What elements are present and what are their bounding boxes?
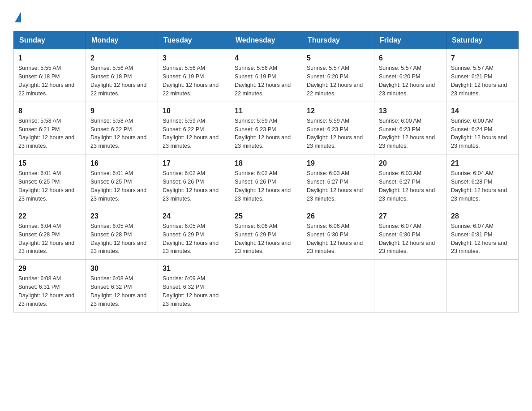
calendar-day-cell: 30Sunrise: 6:08 AMSunset: 6:32 PMDayligh… <box>86 260 158 313</box>
day-number: 9 <box>90 106 153 116</box>
day-info: Sunrise: 6:05 AMSunset: 6:29 PMDaylight:… <box>163 223 219 255</box>
calendar-day-cell <box>302 260 374 313</box>
calendar-day-cell: 13Sunrise: 6:00 AMSunset: 6:23 PMDayligh… <box>374 102 446 154</box>
day-info: Sunrise: 6:03 AMSunset: 6:27 PMDaylight:… <box>307 170 363 202</box>
calendar-day-cell <box>446 260 519 313</box>
day-info: Sunrise: 6:06 AMSunset: 6:29 PMDaylight:… <box>235 223 291 255</box>
day-number: 13 <box>379 106 442 116</box>
calendar-day-cell: 27Sunrise: 6:07 AMSunset: 6:30 PMDayligh… <box>374 207 446 260</box>
day-info: Sunrise: 6:04 AMSunset: 6:28 PMDaylight:… <box>451 170 507 202</box>
calendar-day-cell: 26Sunrise: 6:06 AMSunset: 6:30 PMDayligh… <box>302 207 374 260</box>
day-info: Sunrise: 6:05 AMSunset: 6:28 PMDaylight:… <box>90 223 146 255</box>
day-number: 17 <box>163 158 225 168</box>
day-number: 5 <box>307 53 369 63</box>
day-info: Sunrise: 6:01 AMSunset: 6:25 PMDaylight:… <box>90 170 146 202</box>
calendar-day-cell: 20Sunrise: 6:03 AMSunset: 6:27 PMDayligh… <box>374 154 446 207</box>
calendar-table: Sunday Monday Tuesday Wednesday Thursday… <box>13 31 519 313</box>
calendar-day-cell: 12Sunrise: 5:59 AMSunset: 6:23 PMDayligh… <box>302 102 374 154</box>
calendar-day-cell: 9Sunrise: 5:58 AMSunset: 6:22 PMDaylight… <box>86 102 158 154</box>
day-info: Sunrise: 5:57 AMSunset: 6:21 PMDaylight:… <box>451 65 507 97</box>
day-info: Sunrise: 6:02 AMSunset: 6:26 PMDaylight:… <box>235 170 291 202</box>
calendar-day-cell: 22Sunrise: 6:04 AMSunset: 6:28 PMDayligh… <box>14 207 86 260</box>
calendar-day-cell: 14Sunrise: 6:00 AMSunset: 6:24 PMDayligh… <box>446 102 519 154</box>
day-number: 7 <box>451 53 514 63</box>
day-info: Sunrise: 6:00 AMSunset: 6:24 PMDaylight:… <box>451 118 507 150</box>
calendar-week-row: 1Sunrise: 5:55 AMSunset: 6:18 PMDaylight… <box>14 49 519 102</box>
header-thursday: Thursday <box>302 32 374 49</box>
day-number: 14 <box>451 106 514 116</box>
header-sunday: Sunday <box>14 32 86 49</box>
calendar-day-cell: 1Sunrise: 5:55 AMSunset: 6:18 PMDaylight… <box>14 49 86 102</box>
calendar-day-cell: 23Sunrise: 6:05 AMSunset: 6:28 PMDayligh… <box>86 207 158 260</box>
day-info: Sunrise: 6:08 AMSunset: 6:32 PMDaylight:… <box>90 275 146 307</box>
header-monday: Monday <box>86 32 158 49</box>
day-info: Sunrise: 5:59 AMSunset: 6:22 PMDaylight:… <box>163 118 219 150</box>
day-number: 20 <box>379 158 442 168</box>
day-info: Sunrise: 6:07 AMSunset: 6:31 PMDaylight:… <box>451 223 507 255</box>
calendar-day-cell: 5Sunrise: 5:57 AMSunset: 6:20 PMDaylight… <box>302 49 374 102</box>
calendar-week-row: 15Sunrise: 6:01 AMSunset: 6:25 PMDayligh… <box>14 154 519 207</box>
page-header <box>13 9 519 22</box>
day-number: 19 <box>307 158 369 168</box>
calendar-week-row: 22Sunrise: 6:04 AMSunset: 6:28 PMDayligh… <box>14 207 519 260</box>
calendar-day-cell: 3Sunrise: 5:56 AMSunset: 6:19 PMDaylight… <box>158 49 230 102</box>
day-number: 4 <box>235 53 297 63</box>
calendar-day-cell: 4Sunrise: 5:56 AMSunset: 6:19 PMDaylight… <box>230 49 302 102</box>
calendar-day-cell <box>374 260 446 313</box>
day-info: Sunrise: 5:57 AMSunset: 6:20 PMDaylight:… <box>379 65 435 97</box>
calendar-day-cell: 11Sunrise: 5:59 AMSunset: 6:23 PMDayligh… <box>230 102 302 154</box>
day-info: Sunrise: 5:58 AMSunset: 6:21 PMDaylight:… <box>18 118 74 150</box>
day-info: Sunrise: 6:09 AMSunset: 6:32 PMDaylight:… <box>163 275 219 307</box>
day-info: Sunrise: 6:08 AMSunset: 6:31 PMDaylight:… <box>18 275 74 307</box>
calendar-day-cell: 24Sunrise: 6:05 AMSunset: 6:29 PMDayligh… <box>158 207 230 260</box>
day-info: Sunrise: 5:56 AMSunset: 6:19 PMDaylight:… <box>235 65 291 97</box>
calendar-day-cell <box>230 260 302 313</box>
day-number: 30 <box>90 263 153 274</box>
day-info: Sunrise: 6:01 AMSunset: 6:25 PMDaylight:… <box>18 170 74 202</box>
day-number: 15 <box>18 158 81 168</box>
calendar-day-cell: 19Sunrise: 6:03 AMSunset: 6:27 PMDayligh… <box>302 154 374 207</box>
day-number: 22 <box>18 211 81 221</box>
day-info: Sunrise: 5:56 AMSunset: 6:18 PMDaylight:… <box>90 65 146 97</box>
calendar-day-cell: 10Sunrise: 5:59 AMSunset: 6:22 PMDayligh… <box>158 102 230 154</box>
header-tuesday: Tuesday <box>158 32 230 49</box>
day-number: 26 <box>307 211 369 221</box>
day-number: 12 <box>307 106 369 116</box>
day-info: Sunrise: 5:55 AMSunset: 6:18 PMDaylight:… <box>18 65 74 97</box>
day-info: Sunrise: 6:03 AMSunset: 6:27 PMDaylight:… <box>379 170 435 202</box>
day-info: Sunrise: 6:02 AMSunset: 6:26 PMDaylight:… <box>163 170 219 202</box>
day-number: 3 <box>163 53 225 63</box>
calendar-day-cell: 18Sunrise: 6:02 AMSunset: 6:26 PMDayligh… <box>230 154 302 207</box>
calendar-day-cell: 31Sunrise: 6:09 AMSunset: 6:32 PMDayligh… <box>158 260 230 313</box>
header-friday: Friday <box>374 32 446 49</box>
header-wednesday: Wednesday <box>230 32 302 49</box>
day-number: 21 <box>451 158 514 168</box>
day-number: 16 <box>90 158 153 168</box>
calendar-day-cell: 6Sunrise: 5:57 AMSunset: 6:20 PMDaylight… <box>374 49 446 102</box>
day-info: Sunrise: 6:04 AMSunset: 6:28 PMDaylight:… <box>18 223 74 255</box>
day-info: Sunrise: 5:57 AMSunset: 6:20 PMDaylight:… <box>307 65 363 97</box>
day-number: 6 <box>379 53 442 63</box>
weekday-header-row: Sunday Monday Tuesday Wednesday Thursday… <box>14 32 519 49</box>
calendar-day-cell: 25Sunrise: 6:06 AMSunset: 6:29 PMDayligh… <box>230 207 302 260</box>
calendar-day-cell: 16Sunrise: 6:01 AMSunset: 6:25 PMDayligh… <box>86 154 158 207</box>
day-number: 27 <box>379 211 442 221</box>
day-info: Sunrise: 5:58 AMSunset: 6:22 PMDaylight:… <box>90 118 146 150</box>
day-number: 1 <box>18 53 81 63</box>
day-info: Sunrise: 5:59 AMSunset: 6:23 PMDaylight:… <box>307 118 363 150</box>
day-number: 8 <box>18 106 81 116</box>
day-number: 10 <box>163 106 225 116</box>
day-info: Sunrise: 6:07 AMSunset: 6:30 PMDaylight:… <box>379 223 435 255</box>
day-number: 29 <box>18 263 81 274</box>
logo <box>13 9 21 22</box>
calendar-day-cell: 29Sunrise: 6:08 AMSunset: 6:31 PMDayligh… <box>14 260 86 313</box>
day-number: 11 <box>235 106 297 116</box>
day-number: 24 <box>163 211 225 221</box>
calendar-day-cell: 8Sunrise: 5:58 AMSunset: 6:21 PMDaylight… <box>14 102 86 154</box>
calendar-day-cell: 2Sunrise: 5:56 AMSunset: 6:18 PMDaylight… <box>86 49 158 102</box>
header-saturday: Saturday <box>446 32 519 49</box>
day-info: Sunrise: 5:59 AMSunset: 6:23 PMDaylight:… <box>235 118 291 150</box>
day-info: Sunrise: 5:56 AMSunset: 6:19 PMDaylight:… <box>163 65 219 97</box>
calendar-day-cell: 15Sunrise: 6:01 AMSunset: 6:25 PMDayligh… <box>14 154 86 207</box>
day-number: 28 <box>451 211 514 221</box>
